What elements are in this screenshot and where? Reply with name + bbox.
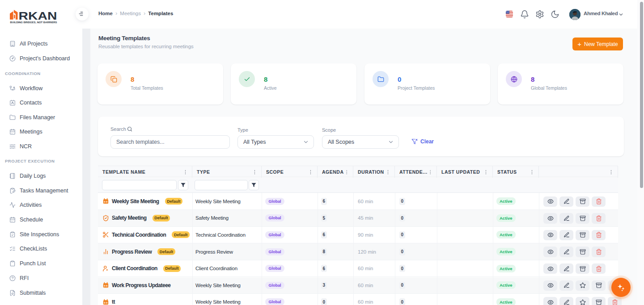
svg-text:BUILDING BRIDGES, NOT BARRIERS: BUILDING BRIDGES, NOT BARRIERS (10, 21, 58, 24)
svg-text:RKAN: RKAN (19, 10, 57, 22)
